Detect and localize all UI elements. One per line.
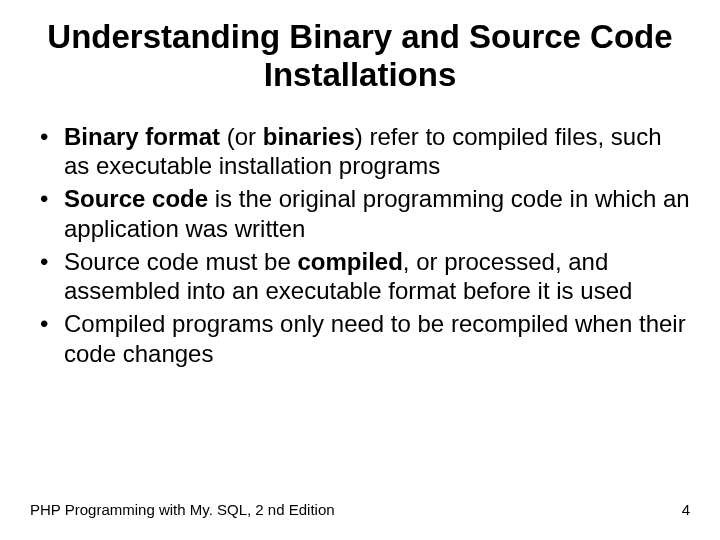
bullet-list: Binary format (or binaries) refer to com… bbox=[30, 122, 690, 368]
bold-text: Binary format bbox=[64, 123, 220, 150]
bold-text: binaries bbox=[263, 123, 355, 150]
text: Compiled programs only need to be recomp… bbox=[64, 310, 686, 366]
page-number: 4 bbox=[682, 501, 690, 518]
list-item: Source code must be compiled, or process… bbox=[36, 247, 690, 306]
bold-text: compiled bbox=[297, 248, 402, 275]
text: Source code must be bbox=[64, 248, 297, 275]
bold-text: Source code bbox=[64, 185, 208, 212]
list-item: Source code is the original programming … bbox=[36, 184, 690, 243]
slide-footer: PHP Programming with My. SQL, 2 nd Editi… bbox=[30, 501, 690, 518]
footer-text: PHP Programming with My. SQL, 2 nd Editi… bbox=[30, 501, 335, 518]
slide-title: Understanding Binary and Source Code Ins… bbox=[30, 18, 690, 94]
list-item: Binary format (or binaries) refer to com… bbox=[36, 122, 690, 181]
text: (or bbox=[220, 123, 263, 150]
list-item: Compiled programs only need to be recomp… bbox=[36, 309, 690, 368]
